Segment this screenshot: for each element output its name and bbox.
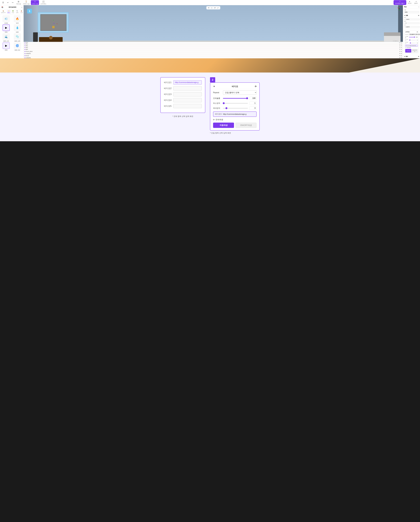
volume-thumb[interactable] [414, 37, 415, 38]
video4-input[interactable] [173, 98, 202, 102]
layer-lock-icon[interactable]: ⊚ [401, 49, 402, 50]
redo-button[interactable]: ↪ [10, 1, 15, 4]
repeat-select[interactable]: 단일 플레이 반복 [409, 33, 420, 35]
skybox-button[interactable]: ⬜ 스카이박스 [39, 0, 47, 5]
lib-item-video[interactable]: ▶ video [1, 24, 11, 33]
layer-dot [24, 55, 25, 56]
sidebar-tab-architecture[interactable]: 🏗 건축 [15, 10, 19, 14]
prop-expand-icon[interactable]: › [419, 6, 419, 8]
smoke-thumbnail: 💨 [3, 15, 10, 22]
layer-lock-icon[interactable]: ⊚ [401, 55, 402, 56]
box2-onoff-play-button[interactable]: ON/OFF재생 [235, 123, 257, 128]
box2-max-thumb[interactable] [226, 107, 227, 109]
lib-item-smoke[interactable]: 💨 smoke [1, 15, 11, 24]
lib-item-dragging[interactable]: ▶ video [1, 42, 11, 51]
select-tool-button[interactable]: ⊹ [210, 7, 213, 9]
layer-name: outlight01 [26, 57, 31, 58]
test-button[interactable]: ▶ 테스트 [407, 0, 413, 5]
skybox-icon: ⬜ [42, 0, 45, 3]
lib-item-water-cylin[interactable]: 🫧 water_cylin [12, 33, 23, 42]
lib-item-water-com[interactable]: 🌊 water_com [1, 33, 11, 42]
grid-snap-button[interactable]: ⊹ 그리드 스냅 [31, 0, 39, 5]
water-tour-label: water_tour [15, 49, 20, 51]
rx-label: X [404, 23, 405, 24]
video5-input[interactable] [173, 104, 202, 108]
cut-icon: ⊞ [17, 0, 20, 3]
box2-auto-play-button[interactable]: 자동재생 [213, 123, 234, 128]
max-thumb[interactable] [410, 43, 411, 44]
layer-lock-icon[interactable]: ⊚ [401, 53, 402, 54]
video-panel-refresh-icon[interactable]: ⟳ [417, 31, 418, 33]
box2-volume-thumb[interactable] [246, 97, 248, 99]
layer-lock-icon[interactable]: ⊚ [401, 46, 402, 48]
play-icon: ▶ [409, 1, 410, 2]
onoff-play-button[interactable]: ON/OFF재생 [412, 49, 418, 53]
transform-section: ▼ 변환 ⟳ 위치 X Y Z 회전 X Y [403, 14, 420, 29]
interior-tab-label: 인테리어 [1, 12, 6, 14]
layer-visible-icon[interactable]: 👁 [399, 51, 400, 52]
max-area-row: 최대영역 3 [405, 42, 418, 44]
box2-refresh-icon[interactable]: ⟳ [255, 85, 257, 88]
rotation-x-input[interactable] [405, 22, 420, 24]
upload-button[interactable]: ⬆ 업로드 [413, 0, 419, 5]
layer-dot [24, 53, 25, 54]
box2-volume-row: 전체볼륨 [213, 97, 257, 100]
main-area: 📚 라이브러리 ‹ 🏠 인테리어 ✨ 특수 🌿 자연 🏗 [0, 5, 420, 58]
position-x-input[interactable] [405, 19, 420, 20]
hamburger-button[interactable]: ☰ [1, 1, 5, 4]
box2-volume-val[interactable] [249, 97, 257, 100]
layer-lock-icon[interactable]: ⊚ [401, 51, 402, 52]
box2-volume-track[interactable] [223, 98, 248, 99]
cut-snap-button[interactable]: ⊞ 가로스냅 [15, 0, 22, 5]
video2-input[interactable] [173, 86, 202, 91]
layer-lock-icon[interactable]: ⊚ [401, 44, 402, 46]
box2-repeat-select[interactable]: 단일 플레이 반복 [223, 90, 257, 95]
video1-input[interactable] [173, 80, 202, 84]
layer-visible-icon[interactable]: 👁 [399, 44, 400, 46]
box2-min-track[interactable] [223, 103, 248, 104]
layer-visible-icon[interactable]: 👁 [399, 46, 400, 48]
undo-button[interactable]: ↩ [6, 1, 10, 4]
continuous-icon: ⟳ [405, 47, 406, 48]
grid-snap-label: 그리드 스냅 [32, 3, 38, 5]
box2-max-val[interactable] [249, 107, 257, 110]
layer-visible-icon[interactable]: 👁 [399, 55, 400, 56]
sidebar-tab-interior[interactable]: 🏠 인테리어 [0, 10, 6, 14]
min-track[interactable] [409, 40, 415, 40]
video3-input[interactable] [173, 92, 202, 96]
lib-item-torch[interactable]: 🔥 torch [12, 15, 23, 24]
sidebar-tab-props[interactable]: 🪆 소품 [20, 10, 23, 14]
layer-lock-icon[interactable]: ⊚ [401, 57, 402, 58]
refresh-icon[interactable]: ⟳ [418, 15, 419, 16]
lib-item-water[interactable]: 💧 water [12, 24, 23, 33]
layer-visible-icon[interactable]: 👁 [399, 49, 400, 50]
volume-track[interactable] [409, 37, 415, 37]
continuous-row: ⟳ 연속재생 [405, 47, 418, 48]
max-track[interactable] [409, 43, 415, 43]
layer-visible-icon[interactable]: 👁 [399, 53, 400, 54]
sidebar-close-icon[interactable]: ‹ [22, 6, 22, 8]
make-object-button[interactable]: 🛡 오브젝트 만들기 [394, 0, 406, 5]
sidebar-tab-nature[interactable]: 🌿 자연 [11, 10, 15, 14]
torch-thumbnail: 🔥 [14, 15, 21, 22]
layer-lock-icon[interactable]: ⊚ [401, 42, 402, 44]
water-label: water [16, 31, 19, 33]
box2-max-track[interactable] [223, 108, 248, 108]
layer-visible-icon[interactable]: 👁 [399, 57, 400, 58]
sidebar-header: 📚 라이브러리 ‹ [0, 5, 23, 9]
scale-x-input[interactable] [405, 26, 420, 28]
avatar-snap-button[interactable]: 🚶 아바타 스냅 [22, 0, 30, 5]
layer-visible-icon[interactable]: 👁 [399, 42, 400, 44]
name-input[interactable] [404, 11, 419, 13]
lib-item-water-tour[interactable]: 🌀 water_tour [12, 42, 23, 51]
rotate-tool-button[interactable]: ↺ [214, 7, 216, 9]
options-refresh-icon[interactable]: ⟳ [418, 56, 419, 57]
move-tool-button[interactable]: ✛ [208, 7, 210, 9]
box2-min-val[interactable] [249, 101, 257, 105]
auto-play-button[interactable]: 자동재생 [405, 49, 411, 53]
sidebar-tab-special[interactable]: ✨ 특수 [7, 10, 11, 14]
repeat-label-small: Repeat [405, 34, 408, 35]
min-thumb[interactable] [409, 39, 410, 40]
scale-tool-button[interactable]: ⤢ [217, 7, 219, 9]
box2-min-thumb[interactable] [223, 102, 225, 104]
